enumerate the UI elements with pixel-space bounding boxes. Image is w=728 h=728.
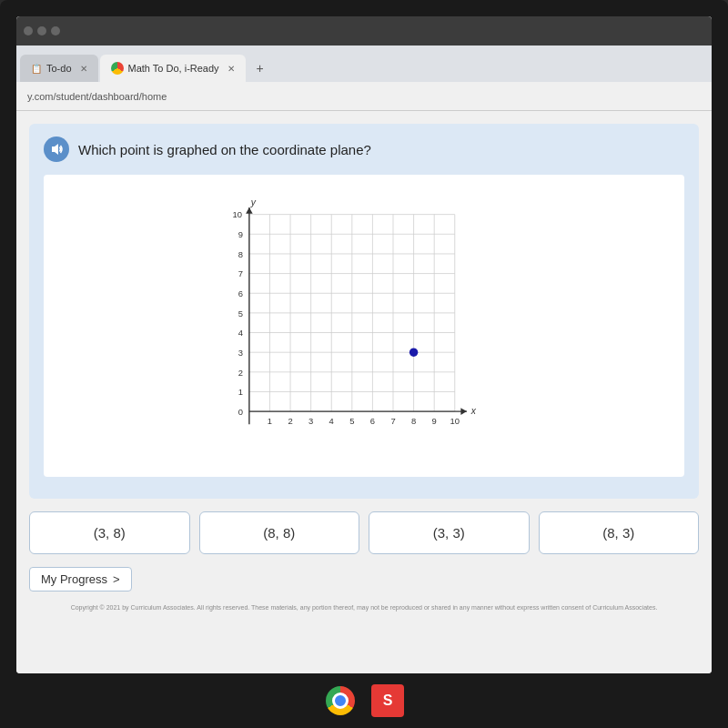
svg-text:6: 6 (370, 416, 375, 426)
my-progress-arrow: > (113, 572, 120, 586)
win-maximize[interactable] (51, 26, 60, 35)
graph-container: 1 2 3 4 5 6 7 8 9 10 0 1 (44, 175, 684, 477)
svg-text:7: 7 (238, 268, 243, 278)
win-close[interactable] (24, 26, 33, 35)
browser-chrome: 📋 To-do ✕ Math To Do, i-Ready ✕ + (16, 16, 712, 82)
svg-text:9: 9 (238, 229, 243, 239)
progress-section: My Progress > (29, 567, 699, 592)
svg-text:4: 4 (238, 328, 243, 338)
svg-point-49 (410, 348, 418, 356)
copyright-bar: Copyright © 2021 by Curriculum Associate… (16, 601, 712, 615)
speaker-icon[interactable] (44, 136, 69, 162)
taskbar: S (0, 673, 728, 728)
tab-todo[interactable]: 📋 To-do ✕ (20, 55, 98, 82)
tabs-bar: 📋 To-do ✕ Math To Do, i-Ready ✕ + (16, 46, 712, 82)
svg-text:4: 4 (329, 416, 334, 426)
my-progress-button[interactable]: My Progress > (29, 567, 132, 592)
app-taskbar-icon[interactable]: S (371, 684, 404, 717)
svg-text:3: 3 (238, 348, 243, 358)
tab-math-label: Math To Do, i-Ready (128, 63, 219, 74)
svg-text:1: 1 (268, 416, 272, 426)
svg-text:7: 7 (390, 416, 395, 426)
svg-text:9: 9 (432, 416, 437, 426)
new-tab-button[interactable]: + (248, 55, 273, 82)
tab-math-icon (111, 62, 124, 75)
svg-marker-0 (52, 144, 58, 155)
speaker-svg (50, 143, 63, 156)
chrome-icon (326, 686, 355, 715)
svg-text:2: 2 (238, 368, 243, 378)
answer-a1[interactable]: (3, 8) (29, 511, 190, 554)
svg-marker-24 (460, 408, 467, 415)
svg-marker-25 (246, 207, 253, 214)
tab-todo-label: To-do (46, 63, 72, 74)
svg-text:10: 10 (232, 209, 241, 219)
question-header: Which point is graphed on the coordinate… (44, 136, 684, 162)
question-text: Which point is graphed on the coordinate… (78, 142, 371, 157)
my-progress-label: My Progress (41, 572, 107, 586)
answer-choices: (3, 8) (8, 8) (3, 3) (8, 3) (29, 511, 699, 554)
svg-text:10: 10 (450, 416, 460, 426)
svg-text:5: 5 (349, 416, 354, 426)
svg-text:5: 5 (238, 308, 243, 318)
svg-text:2: 2 (288, 416, 292, 426)
window-controls (24, 26, 60, 35)
app-icon-text: S (383, 693, 393, 709)
browser-top-bar (16, 16, 712, 46)
screen: 📋 To-do ✕ Math To Do, i-Ready ✕ + y.com/… (16, 16, 712, 673)
svg-text:8: 8 (411, 416, 416, 426)
address-text: y.com/student/dashboard/home (27, 91, 167, 102)
svg-text:0: 0 (238, 407, 243, 417)
new-tab-icon: + (257, 61, 264, 76)
copyright-text: Copyright © 2021 by Curriculum Associate… (71, 604, 658, 611)
tab-math[interactable]: Math To Do, i-Ready ✕ (100, 55, 246, 82)
answer-a2[interactable]: (8, 8) (199, 511, 360, 554)
tab-todo-close[interactable]: ✕ (80, 64, 87, 74)
tab-todo-icon: 📋 (31, 64, 42, 74)
svg-text:1: 1 (238, 387, 243, 397)
chrome-taskbar-icon[interactable] (324, 684, 357, 717)
svg-text:8: 8 (238, 249, 243, 259)
coordinate-plane: 1 2 3 4 5 6 7 8 9 10 0 1 (218, 189, 510, 462)
laptop-bezel: 📋 To-do ✕ Math To Do, i-Ready ✕ + y.com/… (0, 0, 728, 728)
answer-a3[interactable]: (3, 3) (369, 511, 530, 554)
answer-a4[interactable]: (8, 3) (539, 511, 700, 554)
main-content: Which point is graphed on the coordinate… (16, 111, 712, 673)
svg-text:y: y (250, 197, 257, 207)
win-minimize[interactable] (37, 26, 46, 35)
svg-text:x: x (470, 406, 477, 416)
svg-text:3: 3 (308, 416, 313, 426)
question-panel: Which point is graphed on the coordinate… (29, 124, 699, 499)
svg-text:6: 6 (238, 288, 243, 298)
tab-math-close[interactable]: ✕ (228, 64, 235, 74)
graph-wrapper: 1 2 3 4 5 6 7 8 9 10 0 1 (218, 189, 510, 462)
address-bar[interactable]: y.com/student/dashboard/home (16, 82, 712, 111)
